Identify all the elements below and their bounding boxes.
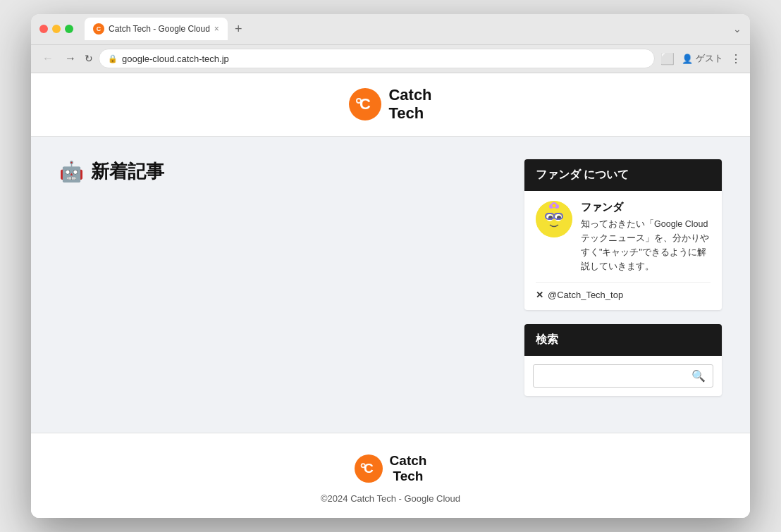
profile-label: ゲスト	[696, 52, 723, 65]
tab-area: C Catch Tech - Google Cloud × + ⌄	[85, 18, 742, 40]
url-bar[interactable]: 🔒 google-cloud.catch-tech.jp	[99, 49, 655, 68]
page-title-row: 🤖 新着記事	[59, 159, 508, 184]
reload-button[interactable]: ↻	[85, 53, 93, 64]
search-widget-body: 🔍	[524, 356, 722, 396]
menu-button[interactable]: ⋮	[730, 52, 742, 66]
profile-button[interactable]: 👤 ゲスト	[682, 52, 723, 65]
back-button[interactable]: ←	[39, 52, 56, 65]
search-widget-header: 検索	[524, 324, 722, 356]
search-widget: 検索 🔍	[524, 324, 722, 396]
footer-logo[interactable]: C Catch Tech	[31, 453, 750, 485]
fanda-name: ファンダ	[581, 201, 711, 214]
site-footer: C Catch Tech ©2024 Catch Tech - Google C…	[31, 433, 750, 519]
svg-point-19	[362, 464, 364, 466]
logo-line1: Catch	[388, 86, 431, 104]
address-bar: ← → ↻ 🔒 google-cloud.catch-tech.jp ⬜ 👤 ゲ…	[31, 45, 750, 73]
site-header: C Catch Tech	[31, 73, 750, 137]
logo-icon: C	[349, 88, 381, 120]
minimize-button[interactable]	[52, 25, 61, 33]
search-icon: 🔍	[691, 369, 706, 383]
website: C Catch Tech 🤖 新着記事	[31, 73, 750, 518]
site-logo[interactable]: C Catch Tech	[349, 86, 431, 123]
url-text: google-cloud.catch-tech.jp	[122, 54, 229, 64]
footer-logo-line1: Catch	[390, 453, 427, 469]
search-box[interactable]: 🔍	[533, 364, 713, 388]
traffic-lights	[39, 25, 73, 33]
fanda-widget-body: ファンダ 知っておきたい「Google Cloud テックニュース」を、分かりや…	[524, 191, 722, 310]
footer-logo-text: Catch Tech	[390, 453, 427, 485]
content-area: 🤖 新着記事	[59, 159, 508, 410]
title-bar: C Catch Tech - Google Cloud × + ⌄	[31, 14, 750, 45]
tab-close-button[interactable]: ×	[214, 24, 219, 34]
browser-actions: ⬜ 👤 ゲスト ⋮	[660, 52, 742, 66]
svg-text:C: C	[364, 461, 374, 476]
x-twitter-icon: ✕	[536, 290, 543, 300]
sidebar: ファンダ について	[524, 159, 722, 410]
tab-favicon: C	[93, 23, 104, 35]
footer-logo-line2: Tech	[390, 469, 427, 485]
close-button[interactable]	[39, 25, 48, 33]
browser-window: C Catch Tech - Google Cloud × + ⌄ ← → ↻ …	[31, 14, 750, 518]
search-input[interactable]	[541, 370, 687, 381]
active-tab[interactable]: C Catch Tech - Google Cloud ×	[85, 18, 228, 40]
main-content: 🤖 新着記事 ファンダ について	[31, 137, 750, 433]
fanda-description: 知っておきたい「Google Cloud テックニュース」を、分かりやすく"キャ…	[581, 217, 711, 273]
svg-point-15	[553, 204, 556, 207]
new-tab-button[interactable]: +	[230, 22, 247, 37]
fanda-twitter[interactable]: ✕ @Catch_Tech_top	[536, 282, 711, 300]
fanda-widget-header: ファンダ について	[524, 159, 722, 191]
fanda-info: ファンダ 知っておきたい「Google Cloud テックニュース」を、分かりや…	[581, 201, 711, 273]
fanda-widget: ファンダ について	[524, 159, 722, 310]
reader-mode-button[interactable]: ⬜	[660, 52, 675, 66]
profile-icon: 👤	[682, 54, 693, 64]
footer-logo-icon: C	[355, 454, 383, 483]
svg-point-3	[357, 99, 360, 102]
page-icon: 🤖	[59, 160, 84, 183]
lock-icon: 🔒	[108, 54, 118, 63]
svg-text:C: C	[359, 95, 371, 113]
twitter-handle: @Catch_Tech_top	[548, 290, 623, 300]
page-title: 新着記事	[91, 159, 164, 184]
tab-title: Catch Tech - Google Cloud	[109, 24, 210, 34]
logo-text: Catch Tech	[388, 86, 431, 123]
maximize-button[interactable]	[65, 25, 73, 33]
fanda-avatar	[536, 201, 572, 237]
forward-button[interactable]: →	[62, 52, 79, 65]
fanda-profile: ファンダ 知っておきたい「Google Cloud テックニュース」を、分かりや…	[536, 201, 711, 273]
tab-expand-button[interactable]: ⌄	[733, 23, 742, 35]
footer-copyright: ©2024 Catch Tech - Google Cloud	[31, 493, 750, 504]
logo-line2: Tech	[388, 104, 431, 123]
